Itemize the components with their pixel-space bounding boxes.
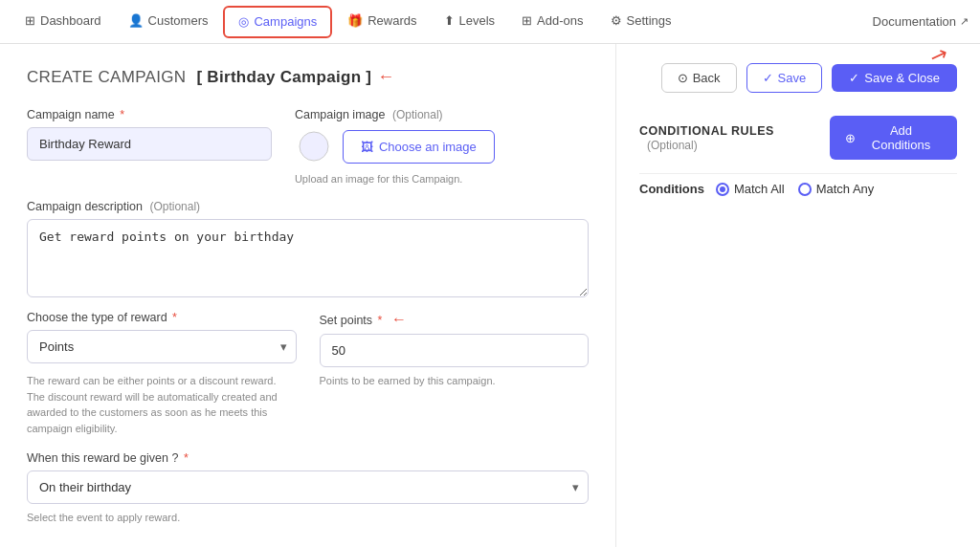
- choose-image-label: Choose an image: [379, 140, 477, 154]
- nav-item-settings[interactable]: ⚙ Settings: [597, 0, 685, 43]
- levels-icon: ⬆: [444, 13, 455, 28]
- save-close-label: Save & Close: [864, 71, 940, 85]
- match-all-radio[interactable]: [716, 183, 729, 196]
- reward-points-row: Choose the type of reward * Points ▾ The…: [27, 311, 589, 436]
- nav-label-rewards: Rewards: [368, 13, 416, 28]
- conditional-header: CONDITIONAL RULES (Optional) ⊕ Add Condi…: [639, 116, 957, 160]
- page-title: CREATE CAMPAIGN [ Birthday Campaign ]: [27, 68, 371, 87]
- documentation-link[interactable]: Documentation ↗: [873, 14, 969, 29]
- conditions-row: Conditions Match All Match Any: [639, 173, 957, 196]
- settings-icon: ⚙: [611, 13, 622, 28]
- points-arrow-indicator: ←: [391, 311, 407, 327]
- reward-type-select[interactable]: Points: [27, 330, 297, 363]
- nav-item-addons[interactable]: ⊞ Add-ons: [508, 0, 596, 43]
- back-label: Back: [693, 71, 721, 85]
- nav-label-campaigns: Campaigns: [254, 14, 317, 29]
- nav-label-settings: Settings: [627, 13, 672, 28]
- nav-item-dashboard[interactable]: ⊞ Dashboard: [11, 0, 115, 43]
- add-conditions-button[interactable]: ⊕ Add Conditions: [830, 116, 957, 160]
- set-points-group: Set points * ← Points to be earned by th…: [320, 311, 590, 386]
- save-label: Save: [778, 71, 807, 85]
- when-given-select-wrapper: On their birthday ▾: [27, 470, 589, 504]
- nav-item-rewards[interactable]: 🎁 Rewards: [334, 0, 430, 43]
- nav-item-levels[interactable]: ⬆ Levels: [431, 0, 509, 43]
- back-icon: ⊙: [678, 71, 688, 85]
- name-image-row: Campaign name * Campaign image (Optional…: [27, 108, 589, 185]
- header-arrow-indicator: ←: [377, 67, 394, 87]
- navbar: ⊞ Dashboard 👤 Customers ◎ Campaigns 🎁 Re…: [0, 0, 980, 44]
- description-group: Campaign description (Optional) Get rewa…: [27, 200, 589, 297]
- form-panel: CREATE CAMPAIGN [ Birthday Campaign ] ← …: [0, 44, 616, 547]
- set-points-label: Set points * ←: [320, 311, 590, 328]
- match-any-label: Match Any: [816, 182, 875, 196]
- nav-label-dashboard: Dashboard: [40, 13, 101, 28]
- reward-type-group: Choose the type of reward * Points ▾ The…: [27, 311, 297, 436]
- match-all-option[interactable]: Match All: [716, 182, 785, 196]
- when-given-group: When this reward be given ? * On their b…: [27, 451, 589, 523]
- save-button[interactable]: ✓ Save: [746, 63, 823, 93]
- match-any-radio[interactable]: [798, 183, 812, 196]
- sidebar-panel: ⊙ Back ✓ Save ✓ Save & Close ↙ CONDITION…: [616, 44, 980, 547]
- campaign-image-group: Campaign image (Optional) 🎂 🖼 Choose an …: [295, 108, 589, 185]
- upload-hint: Upload an image for this Campaign.: [295, 173, 589, 185]
- reward-type-select-wrapper: Points ▾: [27, 330, 297, 363]
- documentation-label: Documentation: [873, 14, 956, 29]
- add-conditions-label: Add Conditions: [860, 123, 942, 152]
- image-upload-area: 🎂 🖼 Choose an image: [295, 127, 589, 165]
- dashboard-icon: ⊞: [25, 13, 35, 28]
- when-given-hint: Select the event to apply reward.: [27, 512, 589, 523]
- campaign-name-input[interactable]: [27, 127, 272, 161]
- campaign-name-label: Campaign name *: [27, 108, 272, 121]
- external-link-icon: ↗: [960, 15, 969, 28]
- reward-type-label: Choose the type of reward *: [27, 311, 297, 324]
- conditional-title: CONDITIONAL RULES: [639, 124, 774, 138]
- when-given-label: When this reward be given ? *: [27, 451, 589, 465]
- choose-image-button[interactable]: 🖼 Choose an image: [343, 130, 495, 164]
- conditions-label: Conditions: [639, 182, 704, 196]
- set-points-hint: Points to be earned by this campaign.: [320, 375, 590, 386]
- campaign-name-group: Campaign name *: [27, 108, 272, 185]
- set-points-input[interactable]: [320, 334, 590, 367]
- campaign-name-bracket: [ Birthday Campaign ]: [196, 68, 371, 86]
- main-content: CREATE CAMPAIGN [ Birthday Campaign ] ← …: [0, 44, 980, 547]
- when-given-select[interactable]: On their birthday: [27, 470, 589, 504]
- description-label: Campaign description (Optional): [27, 200, 589, 213]
- nav-label-addons: Add-ons: [537, 13, 583, 28]
- campaign-image-label: Campaign image (Optional): [295, 108, 589, 121]
- save-close-icon: ✓: [849, 71, 859, 85]
- nav-label-customers: Customers: [148, 13, 209, 28]
- conditional-title-group: CONDITIONAL RULES (Optional): [639, 123, 830, 152]
- match-all-label: Match All: [734, 182, 785, 196]
- save-icon: ✓: [763, 71, 773, 85]
- back-button[interactable]: ⊙ Back: [661, 63, 737, 93]
- nav-label-levels: Levels: [459, 13, 496, 28]
- page-header: CREATE CAMPAIGN [ Birthday Campaign ] ←: [27, 67, 589, 87]
- add-conditions-icon: ⊕: [845, 131, 856, 145]
- reward-note: The reward can be either points or a dis…: [27, 373, 297, 436]
- match-any-option[interactable]: Match Any: [798, 182, 875, 196]
- image-icon: 🖼: [361, 140, 373, 154]
- campaigns-icon: ◎: [238, 14, 249, 29]
- description-textarea[interactable]: Get reward points on your birthday: [27, 219, 589, 297]
- addons-icon: ⊞: [522, 13, 532, 28]
- action-buttons: ⊙ Back ✓ Save ✓ Save & Close ↙: [639, 63, 957, 93]
- image-upload-icon: 🎂: [295, 127, 333, 165]
- conditional-optional: (Optional): [647, 139, 698, 152]
- nav-item-campaigns[interactable]: ◎ Campaigns: [223, 6, 332, 38]
- rewards-icon: 🎁: [347, 13, 363, 28]
- match-radio-group: Match All Match Any: [716, 182, 874, 196]
- nav-item-customers[interactable]: 👤 Customers: [115, 0, 222, 43]
- customers-icon: 👤: [128, 13, 144, 28]
- svg-point-0: [300, 132, 328, 161]
